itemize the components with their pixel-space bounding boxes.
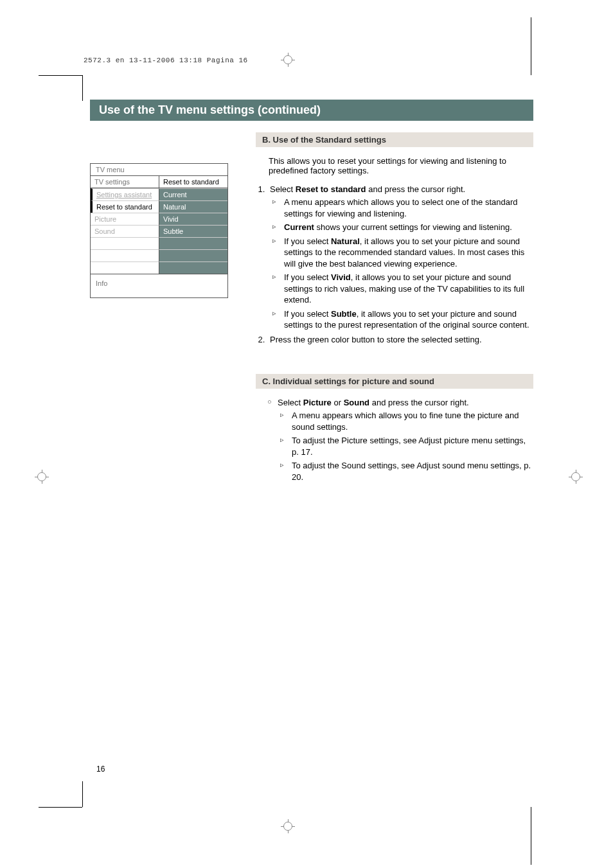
menu-item-selected: Reset to standard [91, 200, 159, 213]
registration-mark [571, 472, 580, 481]
body-text: A menu appears which allows you to fine … [292, 411, 519, 432]
bullet: To adjust the Picture settings, see Adju… [280, 435, 533, 457]
menu-item: Natural [159, 200, 227, 213]
registration-mark [283, 55, 292, 64]
bullet: Current shows your current settings for … [272, 222, 533, 233]
menu-item: Vivid [159, 213, 227, 225]
menu-item: Sound [91, 225, 159, 237]
menu-item-empty [159, 261, 227, 274]
crop-mark [531, 17, 531, 75]
body-text: This allows you to reset your settings f… [269, 156, 533, 175]
menu-item-empty [91, 249, 159, 261]
registration-mark [37, 472, 46, 481]
menu-title: TV menu [91, 164, 227, 175]
crop-mark [39, 75, 82, 76]
bullet: A menu appears which allows you to fine … [280, 410, 533, 432]
body-text: Subtle [331, 309, 357, 319]
menu-item: Picture [91, 213, 159, 225]
menu-item: Current [159, 188, 227, 200]
crop-mark [531, 807, 531, 865]
print-header: 2572.3 en 13-11-2006 13:18 Pagina 16 [84, 57, 248, 64]
page-number: 16 [96, 765, 105, 774]
registration-mark [283, 822, 292, 831]
menu-item-empty [91, 261, 159, 274]
body-text: Picture [303, 398, 332, 407]
menu-info: Info [91, 274, 227, 297]
body-text: and press the cursor right. [369, 398, 469, 407]
step: Select Reset to standard and press the c… [267, 184, 533, 331]
body-text: A menu appears which allows you to selec… [284, 197, 518, 218]
menu-item-empty [159, 237, 227, 249]
step: Press the green color button to store th… [267, 335, 533, 344]
body-text: shows your current settings for viewing … [314, 222, 512, 232]
body-text: Press the green color button to store th… [270, 335, 482, 344]
bullet: If you select Natural, it allows you to … [272, 236, 533, 270]
menu-col-header: TV settings [91, 176, 159, 188]
body-text: If you select [284, 236, 331, 246]
menu-item-empty [159, 249, 227, 261]
body-text: To adjust the Sound settings, see Adjust… [292, 461, 531, 482]
tv-menu-illustration: TV menu TV settings Reset to standard Se… [90, 163, 228, 298]
body-text: Natural [331, 236, 360, 246]
menu-item: Settings assistant [91, 188, 159, 200]
bullet: To adjust the Sound settings, see Adjust… [280, 460, 533, 483]
menu-item: Subtle [159, 225, 227, 237]
body-text: Select [278, 398, 303, 407]
page-title: Use of the TV menu settings (continued) [90, 100, 533, 121]
body-text: Current [284, 222, 314, 232]
menu-item-empty [91, 237, 159, 249]
body-text: Select [270, 184, 296, 194]
body-text: Vivid [331, 272, 351, 282]
bullet: If you select Vivid, it allows you to se… [272, 272, 533, 306]
bullet: Select Picture or Sound and press the cu… [267, 398, 533, 483]
body-text: If you select [284, 272, 331, 282]
body-text: Reset to standard [296, 184, 366, 194]
menu-col-header: Reset to standard [159, 176, 227, 188]
body-text: To adjust the Picture settings, see Adju… [292, 436, 526, 457]
body-text: and press the cursor right. [366, 184, 466, 194]
bullet: A menu appears which allows you to selec… [272, 197, 533, 219]
section-heading: B. Use of the Standard settings [256, 132, 533, 147]
crop-mark [82, 75, 83, 101]
body-text: Sound [344, 398, 369, 407]
bullet: If you select Subtle, it allows you to s… [272, 308, 533, 331]
body-text: or [332, 398, 344, 407]
crop-mark [39, 807, 82, 808]
section-heading: C. Individual settings for picture and s… [256, 374, 533, 389]
crop-mark [82, 781, 83, 807]
body-text: If you select [284, 309, 331, 319]
